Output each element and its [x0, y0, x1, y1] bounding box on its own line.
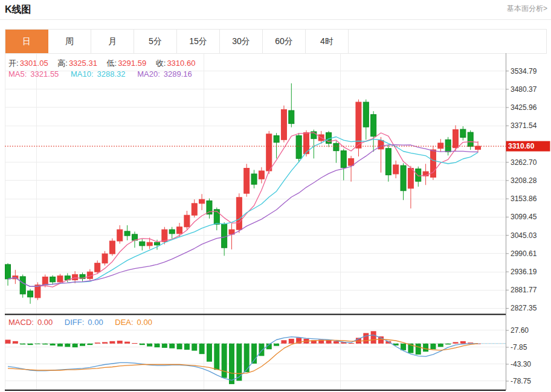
diff-label: DIFF: — [65, 318, 85, 327]
high-value: 3325.31 — [69, 59, 97, 68]
svg-text:3534.79: 3534.79 — [511, 67, 537, 76]
svg-text:2881.77: 2881.77 — [511, 286, 537, 294]
svg-text:3153.86: 3153.86 — [511, 194, 537, 203]
current-price-tag: 3310.60 — [506, 141, 550, 152]
svg-text:2936.19: 2936.19 — [511, 268, 537, 276]
diff-value: 0.00 — [88, 318, 103, 327]
macd-value: 0.00 — [37, 318, 53, 327]
ma10-label: MA10: — [71, 69, 94, 79]
svg-text:-7.85: -7.85 — [511, 343, 527, 352]
high-label: 高: — [57, 59, 68, 68]
ma5-value: 3321.55 — [30, 69, 59, 79]
ma5-label: MA5: — [8, 69, 27, 79]
svg-text:3371.54: 3371.54 — [511, 121, 537, 130]
svg-text:2990.61: 2990.61 — [511, 249, 537, 258]
macd-histogram — [5, 331, 481, 384]
ohlc-readout: 开:3301.05 高:3325.31 低:3291.59 收:3310.60 — [8, 58, 202, 69]
svg-text:27.60: 27.60 — [511, 326, 529, 335]
svg-text:3099.45: 3099.45 — [511, 213, 537, 221]
open-label: 开: — [8, 59, 19, 68]
svg-text:2827.35: 2827.35 — [511, 304, 537, 312]
dea-label: DEA: — [115, 318, 133, 327]
ma20-value: 3289.16 — [164, 69, 192, 79]
macd-label: MACD: — [8, 318, 34, 327]
close-value: 3310.60 — [167, 59, 195, 68]
ma10-value: 3288.32 — [97, 69, 126, 79]
close-label: 收: — [156, 59, 166, 68]
svg-text:3208.28: 3208.28 — [511, 176, 537, 185]
svg-text:3425.96: 3425.96 — [511, 103, 537, 112]
svg-text:3262.70: 3262.70 — [511, 158, 537, 167]
macd-readout: MACD:0.00 DIFF:0.00 DEA:0.00 — [8, 318, 156, 327]
svg-text:3310.60: 3310.60 — [508, 142, 535, 150]
low-label: 低: — [107, 59, 117, 68]
low-value: 3291.59 — [118, 59, 146, 68]
svg-text:3045.03: 3045.03 — [511, 231, 537, 240]
ma-readout: MA5:3321.55 MA10:3288.32 MA20:3289.16 — [8, 69, 196, 79]
gridlines — [5, 53, 506, 390]
ma20-label: MA20: — [137, 69, 160, 79]
candles — [5, 83, 481, 304]
svg-text:-43.30: -43.30 — [511, 360, 531, 368]
price-axis: 3534.793480.373425.963371.543262.703208.… — [506, 53, 537, 390]
svg-text:3480.37: 3480.37 — [511, 85, 537, 94]
open-value: 3301.05 — [20, 59, 48, 68]
svg-text:-78.75: -78.75 — [511, 377, 531, 385]
dea-value: 0.00 — [137, 318, 152, 327]
kline-page: K线图 基本面分析> 日 周 月 5分 15分 30分 60分 4时 3534.… — [0, 0, 551, 392]
